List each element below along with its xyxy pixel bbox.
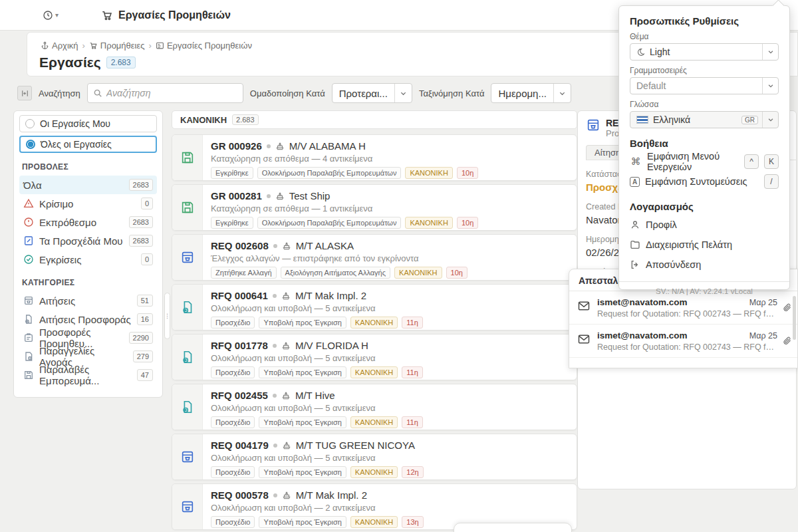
count-badge: 2683 (129, 235, 153, 247)
dot-separator-icon (273, 493, 277, 497)
task-subtitle: Καταχώρηση σε απόθεμα — 4 αντικείμενα (211, 154, 569, 164)
search-input[interactable] (106, 88, 237, 98)
dot-separator-icon (273, 394, 277, 398)
logout-icon (630, 259, 640, 270)
theme-select[interactable]: Light (630, 43, 779, 61)
category-rfqs[interactable]: Αιτήσεις Προσφοράς 16 (19, 310, 157, 329)
warning-triangle-icon (23, 198, 34, 209)
task-id: RFQ 002455 (211, 390, 268, 401)
requisition-icon (172, 434, 203, 479)
ship-icon (281, 291, 291, 301)
fonts-label: Γραμματοσειρές (630, 66, 779, 75)
group-header: ΚΑΝΟΝΙΚΗ 2.683 (172, 110, 577, 129)
status-badge: Προσχέδιο (211, 516, 255, 528)
scope-my-tasks[interactable]: Οι Εργασίες Μου (19, 115, 157, 132)
requisition-icon (586, 118, 600, 132)
view-overdue[interactable]: Εκπρόθεσμο 2683 (19, 213, 157, 231)
recent-menu-button[interactable]: ▾ (43, 10, 59, 21)
task-subtitle: Έλεγχος αλλαγών — επιστράφηκε από τον εγ… (211, 253, 569, 263)
vessel-name: M/T TUG GREEN NICOYA (296, 440, 415, 451)
breadcrumb-separator: › (82, 41, 85, 51)
chevron-down-icon (762, 112, 778, 128)
view-critical[interactable]: Κρίσιμο 0 (19, 194, 157, 213)
view-approvals[interactable]: Εγκρίσεις 0 (19, 250, 157, 269)
show-actions-menu-item[interactable]: ⌘ Εμφάνιση Μενού Ενεργειών ^ K (630, 152, 779, 172)
ship-icon (275, 142, 285, 151)
status-badge: Προσχέδιο (211, 416, 255, 428)
fonts-select[interactable]: Default (630, 77, 779, 94)
task-card[interactable]: GR 000926 M/V ALABAMA H Καταχώρηση σε απ… (172, 134, 577, 181)
task-id: REQ 000578 (211, 489, 269, 501)
collapse-sidebar-button[interactable] (17, 86, 32, 100)
dot-separator-icon (273, 244, 277, 248)
vessel-name: M/T Mak Impl. 2 (296, 489, 367, 501)
status-badge: Προσχέδιο (211, 317, 255, 329)
version-footer: SV.: N/A | AV: v2.24.1 vLocal (619, 281, 789, 301)
key-ctrl: ^ (744, 154, 759, 169)
category-requisitions[interactable]: Αιτήσεις 51 (19, 291, 157, 310)
view-all[interactable]: Όλα 2683 (19, 176, 157, 194)
task-card[interactable]: GR 000281 Test Ship Καταχώρηση σε απόθεμ… (172, 184, 577, 231)
help-section-title: Βοήθεια (630, 138, 779, 149)
personal-settings-popup: Προσωπικές Ρυθμίσεις Θέμα Light Γραμματο… (618, 5, 790, 290)
collapse-panel-icon (21, 89, 29, 98)
email-row[interactable]: ismet@navatom.com Μαρ 25 Request for Quo… (569, 325, 797, 358)
status-badge: Εγκρίθηκε (211, 217, 253, 229)
category-purchase-orders[interactable]: Παραγγελίες Αγοράς 279 (19, 347, 157, 366)
task-card[interactable]: RFQ 002455 M/T Hive Ολοκλήρωση και υποβο… (172, 384, 577, 430)
task-id: REQ 004179 (211, 440, 269, 451)
email-scrollbar[interactable] (793, 296, 796, 340)
command-icon: ⌘ (630, 156, 642, 168)
step-badge: Υποβολή προς Έγκριση (259, 366, 346, 378)
categories-section-title: ΚΑΤΗΓΟΡΙΕΣ (22, 278, 154, 287)
email-date: Μαρ 25 (749, 331, 777, 340)
profile-item[interactable]: Προφίλ (630, 215, 779, 235)
language-select[interactable]: Ελληνικά GR (630, 111, 779, 128)
breadcrumb-home[interactable]: Αρχική (41, 41, 78, 51)
requisition-icon (172, 484, 203, 529)
account-section-title: Λογαριασμός (630, 201, 779, 212)
radio-selected-icon (26, 140, 35, 149)
status-badge: Ζητήθηκε Αλλαγή (211, 267, 277, 279)
sort-by-label: Ταξινόμηση Κατά (419, 88, 485, 98)
task-card[interactable]: RFQ 001778 M/V FLORIDA H Ολοκλήρωση και … (172, 334, 577, 380)
dot-separator-icon (267, 194, 271, 198)
ship-icon (282, 241, 291, 251)
task-subtitle: Ολοκλήρωση και υποβολή — 5 αντικείμενα (211, 403, 569, 413)
chevron-down-icon (762, 78, 778, 94)
task-id: REQ 002608 (211, 240, 269, 251)
group-by-select[interactable]: Προτεραι... (332, 83, 412, 103)
envelope-icon (577, 299, 591, 313)
task-card[interactable]: RFQ 000641 M/T Mak Impl. 2 Ολοκλήρωση κα… (172, 284, 577, 331)
category-vendor-quotes[interactable]: Προσφορές Προμηθευ... 2290 (19, 329, 157, 347)
views-section-title: ΠΡΟΒΟΛΕΣ (22, 162, 154, 172)
ship-icon (275, 192, 285, 201)
sort-by-select[interactable]: Ημερομη... (491, 83, 571, 103)
task-card[interactable]: REQ 002608 M/T ALASKA Έλεγχος αλλαγών — … (172, 234, 577, 281)
dot-separator-icon (267, 144, 271, 148)
task-card[interactable]: REQ 004179 M/T TUG GREEN NICOYA Ολοκλήρω… (172, 434, 577, 480)
status-badge: Προσχέδιο (211, 466, 255, 478)
step-badge: Υποβολή προς Έγκριση (259, 416, 346, 428)
view-my-drafts[interactable]: Τα Προσχέδιά Μου 2683 (19, 231, 157, 250)
settings-title: Προσωπικές Ρυθμίσεις (630, 15, 779, 27)
group-count-badge: 2.683 (232, 114, 259, 125)
vendor-quote-icon (23, 332, 34, 343)
panel-resize-handle[interactable]: ⋮ (164, 293, 170, 339)
key-slash: / (764, 174, 779, 189)
show-shortcuts-item[interactable]: A Εμφάνιση Συντομεύσεις / (630, 172, 779, 192)
theme-label: Θέμα (630, 32, 779, 41)
category-goods-receipts[interactable]: Παραλαβές Εμπορευμά... 47 (19, 366, 157, 384)
group-label: ΚΑΝΟΝΙΚΗ (180, 115, 227, 125)
logout-item[interactable]: Αποσύνδεση (630, 255, 779, 275)
rfq-icon (172, 285, 203, 330)
search-label: Αναζήτηση (39, 88, 80, 98)
breadcrumb-tasks[interactable]: Εργασίες Προμηθειών (156, 41, 252, 51)
paperclip-icon (783, 336, 792, 346)
goods-receipt-icon (172, 185, 203, 230)
rfq-icon (23, 314, 34, 325)
breadcrumb-procurement[interactable]: Προμήθειες (89, 41, 145, 51)
client-manager-item[interactable]: Διαχειριστής Πελάτη (630, 235, 779, 255)
due-badge: 10η (446, 267, 467, 279)
scope-all-tasks[interactable]: Όλες οι Εργασίες (19, 136, 157, 153)
